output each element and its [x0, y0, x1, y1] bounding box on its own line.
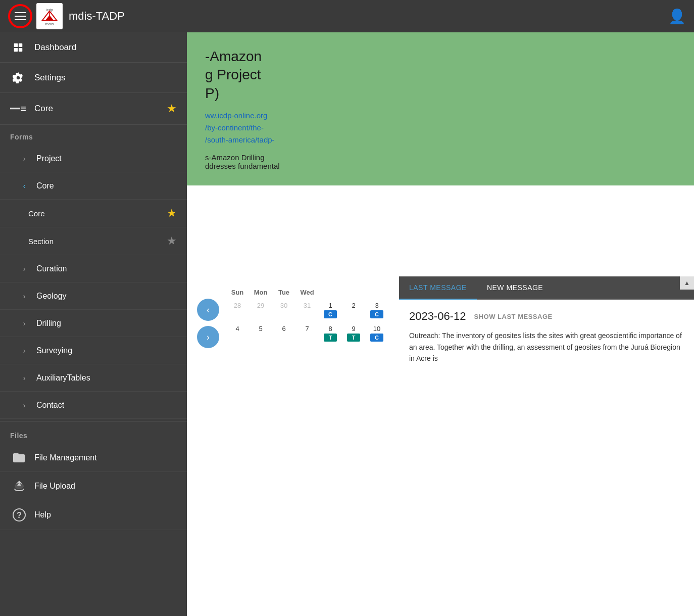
app-header: icdp mdis mdis-TADP 👤 — [0, 0, 694, 32]
core-chevron-icon: ‹ — [18, 182, 30, 190]
svg-rect-7 — [19, 43, 22, 46]
cloud-upload-icon — [10, 481, 28, 492]
svg-text:mdis: mdis — [45, 22, 54, 26]
forms-section-label: Forms — [0, 125, 187, 145]
day-header-tue: Tue — [273, 287, 295, 298]
tab-last-message[interactable]: LAST MESSAGE — [399, 276, 477, 300]
geology-chevron-icon: › — [18, 292, 30, 300]
menu-button[interactable] — [8, 4, 32, 28]
cal-badge-3: C — [370, 310, 383, 318]
calendar-next-button[interactable]: › — [197, 326, 219, 348]
sidebar-item-surveying[interactable]: › Surveying — [0, 337, 187, 364]
tab-new-message[interactable]: NEW MESSAGE — [477, 276, 553, 299]
cal-cell-9[interactable]: 9 T — [342, 323, 365, 346]
sidebar-item-contact[interactable]: › Contact — [0, 392, 187, 419]
cal-badge-8: T — [324, 334, 337, 342]
calendar-row-1: 28 29 30 31 1 C 2 3 C — [226, 300, 388, 322]
curation-label: Curation — [36, 264, 177, 273]
sidebar-subitem-section[interactable]: Section ★ — [0, 227, 187, 255]
sidebar-item-help[interactable]: ? Help — [0, 500, 187, 530]
message-text: Outreach: The inventory of geosites list… — [409, 330, 684, 364]
calendar-row-2: 4 5 6 7 8 T 9 T — [226, 323, 388, 346]
calendar-prev-button[interactable]: ‹ — [197, 299, 219, 321]
cal-cell-2[interactable]: 2 — [342, 300, 365, 322]
sidebar-subitem-core[interactable]: Core ★ — [0, 200, 187, 227]
calendar-grid: Sun Mon Tue Wed 28 29 30 31 1 — [226, 287, 388, 347]
project-title-text: -Amazong ProjectP) — [205, 49, 262, 101]
project-chevron-icon: › — [18, 155, 30, 163]
cal-badge-10: C — [370, 334, 383, 342]
sidebar-item-settings[interactable]: Settings — [0, 63, 187, 93]
core-top-icon: ≡ — [10, 103, 26, 115]
surveying-label: Surveying — [36, 346, 177, 355]
core-top-label: Core — [34, 104, 167, 114]
sidebar-item-core-nav[interactable]: ‹ Core — [0, 172, 187, 200]
folder-icon — [10, 452, 28, 463]
project-link-text: ww.icdp-online.org/by-continent/the-/sou… — [205, 111, 275, 144]
cal-cell-30[interactable]: 30 — [273, 300, 295, 322]
core-nav-label: Core — [36, 181, 177, 191]
show-last-message-button[interactable]: SHOW LAST MESSAGE — [474, 313, 553, 320]
message-date: 2023-06-12 — [409, 310, 466, 323]
app-layout: Dashboard Settings ≡ Core ★ — [0, 0, 694, 616]
cal-cell-3[interactable]: 3 C — [366, 300, 388, 322]
cal-cell-29[interactable]: 29 — [250, 300, 272, 322]
sidebar-item-curation[interactable]: › Curation — [0, 255, 187, 282]
sidebar-item-file-management[interactable]: File Management — [0, 444, 187, 472]
file-upload-label: File Upload — [34, 482, 75, 491]
hamburger-icon — [15, 12, 26, 20]
calendar-nav: ‹ › — [197, 287, 219, 348]
logo-image: icdp mdis — [36, 3, 63, 29]
core-sub-star-icon[interactable]: ★ — [167, 207, 177, 220]
files-section-label: Files — [0, 423, 187, 444]
cal-cell-8[interactable]: 8 T — [319, 323, 341, 346]
sidebar-item-geology[interactable]: › Geology — [0, 282, 187, 310]
user-icon: 👤 — [668, 9, 686, 24]
section-sub-label: Section — [28, 237, 167, 246]
help-icon: ? — [10, 508, 28, 522]
cal-cell-31[interactable]: 31 — [296, 300, 318, 322]
project-link[interactable]: ww.icdp-online.org/by-continent/the-/sou… — [205, 110, 676, 146]
contact-label: Contact — [36, 401, 177, 410]
app-title: mdis-TADP — [69, 10, 668, 23]
sidebar-item-project[interactable]: › Project — [0, 145, 187, 172]
sidebar-item-file-upload[interactable]: File Upload — [0, 472, 187, 500]
auxiliary-label: AuxiliaryTables — [36, 373, 177, 383]
sidebar-item-dashboard[interactable]: Dashboard — [0, 32, 187, 63]
logo-area: icdp mdis — [36, 3, 63, 29]
section-sub-star-icon[interactable]: ★ — [167, 234, 177, 248]
settings-label: Settings — [34, 73, 177, 83]
cal-cell-1[interactable]: 1 C — [319, 300, 341, 322]
cal-badge-1: C — [324, 310, 337, 318]
cal-cell-4[interactable]: 4 — [226, 323, 249, 346]
main-content: sidebar, upload a photo, assign it a Dat… — [187, 32, 694, 616]
day-header-wed: Wed — [296, 287, 318, 298]
cal-cell-10[interactable]: 10 C — [366, 323, 388, 346]
core-top-star-icon[interactable]: ★ — [167, 102, 177, 115]
geology-label: Geology — [36, 292, 177, 301]
dashboard-label: Dashboard — [34, 42, 177, 53]
message-date-row: 2023-06-12 SHOW LAST MESSAGE — [409, 310, 684, 323]
surveying-chevron-icon: › — [18, 347, 30, 355]
user-menu-button[interactable]: 👤 — [668, 8, 686, 25]
drilling-label: Drilling — [36, 319, 177, 328]
sidebar-item-auxiliary[interactable]: › AuxiliaryTables — [0, 364, 187, 392]
message-body: 2023-06-12 SHOW LAST MESSAGE Outreach: T… — [399, 300, 694, 374]
svg-text:?: ? — [17, 511, 22, 519]
svg-rect-9 — [19, 48, 22, 51]
cal-cell-7[interactable]: 7 — [296, 323, 318, 346]
sidebar-item-drilling[interactable]: › Drilling — [0, 310, 187, 337]
curation-chevron-icon: › — [18, 265, 30, 273]
scroll-up-button[interactable]: ▲ — [680, 276, 694, 290]
message-tabs: LAST MESSAGE NEW MESSAGE — [399, 276, 694, 300]
message-panel: LAST MESSAGE NEW MESSAGE ▲ 2023-06-12 SH… — [399, 276, 694, 374]
sidebar-item-core-top[interactable]: ≡ Core ★ — [0, 93, 187, 125]
cal-cell-6[interactable]: 6 — [273, 323, 295, 346]
auxiliary-chevron-icon: › — [18, 374, 30, 382]
project-description: s-Amazon Drillingddresses fundamental — [205, 153, 676, 170]
cal-cell-5[interactable]: 5 — [250, 323, 272, 346]
core-sub-label: Core — [28, 209, 167, 218]
cal-cell-28[interactable]: 28 — [226, 300, 249, 322]
project-card: -Amazong ProjectP) ww.icdp-online.org/by… — [187, 32, 694, 185]
sidebar: Dashboard Settings ≡ Core ★ — [0, 32, 187, 616]
